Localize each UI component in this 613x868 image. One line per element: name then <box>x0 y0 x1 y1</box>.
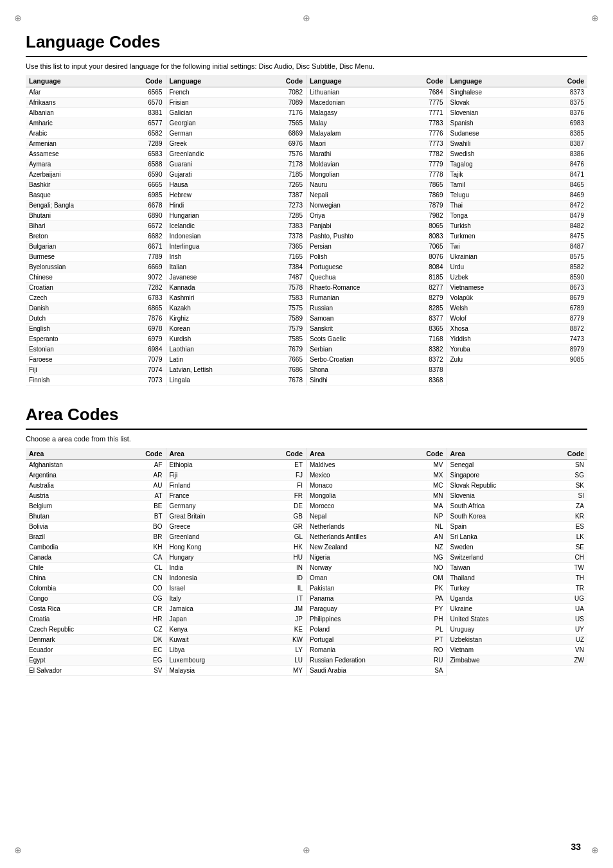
cell-name: Libya <box>166 645 256 655</box>
cell-code: 7579 <box>262 324 306 334</box>
cell-name: Galician <box>166 108 262 118</box>
table-row: LibyaLY <box>166 645 306 655</box>
table-row: KenyaKE <box>166 624 306 635</box>
cell-name: Netherlands Antilles <box>306 532 409 542</box>
cell-name: Quechua <box>306 272 405 283</box>
table-row: VietnamVN <box>447 645 588 655</box>
cell-code: 8479 <box>536 211 587 221</box>
cell-name: Turkish <box>447 221 536 231</box>
cell-name: Frisian <box>166 98 262 108</box>
table-row: ThailandTH <box>447 573 588 583</box>
cell-name: Cambodia <box>26 542 122 553</box>
table-row: Samoan8377 <box>306 314 447 324</box>
cell-code: 8372 <box>405 355 446 365</box>
cell-code: US <box>544 614 587 624</box>
cell-code: 7771 <box>405 108 446 118</box>
codes-column: AreaCodeMaldivesMVMexicoMXMonacoMCMongol… <box>306 448 447 676</box>
table-row: Tagalog8476 <box>447 159 588 170</box>
table-row: DenmarkDK <box>26 635 166 645</box>
cell-name: Norway <box>306 563 409 573</box>
table-row: FinlandFI <box>166 481 306 491</box>
table-row: South AfricaZA <box>447 501 588 511</box>
table-row: BoliviaBO <box>26 522 166 532</box>
cell-code: 6669 <box>122 262 166 272</box>
cell-code: NL <box>409 522 447 532</box>
table-row: Portuguese8084 <box>306 262 447 272</box>
table-row: MonacoMC <box>306 481 447 491</box>
cell-code: 6976 <box>262 139 306 149</box>
table-row: Uzbek8590 <box>447 272 588 283</box>
table-row: Italian7384 <box>166 262 306 272</box>
table-row: PortugalPT <box>306 635 447 645</box>
codes-column: LanguageCodeSinghalese8373Slovak8375Slov… <box>447 75 588 385</box>
code-table: AreaCodeMaldivesMVMexicoMXMonacoMCMongol… <box>306 448 447 676</box>
cell-code: 8476 <box>536 159 587 170</box>
cell-name: Greek <box>166 139 262 149</box>
cell-name: Ethiopia <box>166 460 256 470</box>
cell-name: Marathi <box>306 149 405 159</box>
table-row: Basque6985 <box>26 190 166 200</box>
cell-name: Aymara <box>26 159 122 170</box>
table-row: Icelandic7383 <box>166 221 306 231</box>
cell-name: Slovak Republic <box>447 481 544 491</box>
table-row: Albanian8381 <box>26 108 166 118</box>
cell-name: Slovak <box>447 98 536 108</box>
cell-code: 6583 <box>122 149 166 159</box>
table-row: Scots Gaelic7168 <box>306 334 447 344</box>
cell-code: NZ <box>409 542 447 553</box>
cell-code: MN <box>409 491 447 501</box>
cell-name: Oriya <box>306 211 405 221</box>
table-row: Norwegian7879 <box>306 200 447 211</box>
table-row: ColombiaCO <box>26 583 166 594</box>
cell-name: Serbian <box>306 344 405 355</box>
cell-name: Hindi <box>166 200 262 211</box>
cell-code: 8285 <box>405 303 446 314</box>
cell-code: BT <box>122 511 166 522</box>
table-row: New ZealandNZ <box>306 542 447 553</box>
cell-code: NG <box>409 553 447 563</box>
cell-name: Twi <box>447 242 536 252</box>
cell-code: 6590 <box>122 170 166 180</box>
cell-name: Samoan <box>306 314 405 324</box>
table-row: Burmese7789 <box>26 252 166 262</box>
table-row: Netherlands AntillesAN <box>306 532 447 542</box>
table-row: Bengali; Bangla6678 <box>26 200 166 211</box>
cell-name: Sri Lanka <box>447 532 544 542</box>
cell-code: 8465 <box>536 180 587 190</box>
code-table: LanguageCodeFrench7082Frisian7089Galicia… <box>166 75 306 385</box>
cell-code: JP <box>256 614 306 624</box>
table-row: Kazakh7575 <box>166 303 306 314</box>
cell-name: Serbo-Croatian <box>306 355 405 365</box>
cell-code: 7678 <box>262 375 306 385</box>
cell-code: SN <box>544 460 587 470</box>
cell-code: RU <box>409 655 447 666</box>
cell-name: Italian <box>166 262 262 272</box>
cell-name: Zimbabwe <box>447 655 544 666</box>
table-row: Hebrew7387 <box>166 190 306 200</box>
area-divider <box>26 429 587 430</box>
cell-name: Uruguay <box>447 624 544 635</box>
cell-name: Icelandic <box>166 221 262 231</box>
cell-name: New Zealand <box>306 542 409 553</box>
col-header-name: Area <box>166 448 256 460</box>
table-row: Great BritainGB <box>166 511 306 522</box>
cell-code: 8582 <box>536 262 587 272</box>
cell-code: 7065 <box>405 242 446 252</box>
table-row: Indonesian7378 <box>166 231 306 242</box>
cell-code: 8378 <box>405 365 446 375</box>
table-row: JamaicaJM <box>166 604 306 614</box>
cell-code: 8065 <box>405 221 446 231</box>
cell-code: EC <box>122 645 166 655</box>
col-header-code: Code <box>536 75 587 87</box>
cell-code: 7168 <box>405 334 446 344</box>
cell-name: Chile <box>26 563 122 573</box>
cell-name: Urdu <box>447 262 536 272</box>
cell-code: 7289 <box>122 139 166 149</box>
cell-name: Zulu <box>447 355 536 365</box>
table-row: Bihari6672 <box>26 221 166 231</box>
code-table: AreaCodeAfghanistanAFArgentinaARAustrali… <box>26 448 166 676</box>
cell-name: Kurdish <box>166 334 262 344</box>
table-row: UgandaUG <box>447 594 588 604</box>
cell-name: Germany <box>166 501 256 511</box>
table-row: Byelorussian6669 <box>26 262 166 272</box>
